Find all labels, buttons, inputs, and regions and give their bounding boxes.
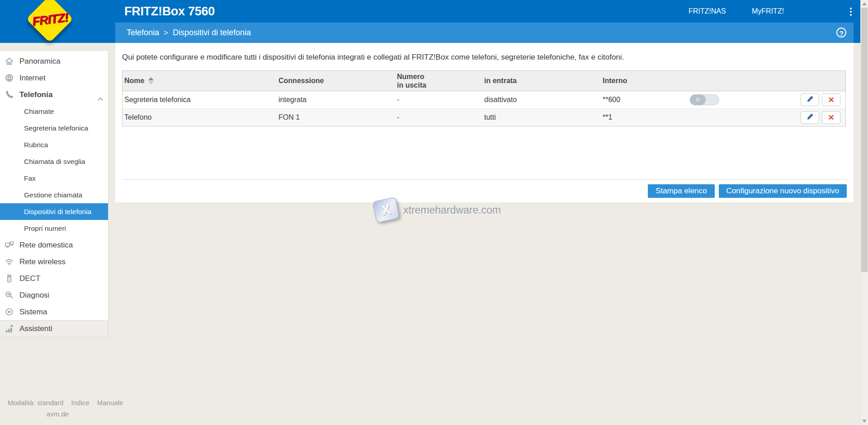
footer-link-manuale[interactable]: Manuale xyxy=(97,399,123,406)
breadcrumb-separator: > xyxy=(164,28,168,37)
sidebar-item-chiamate[interactable]: Chiamate xyxy=(0,103,108,120)
phone-icon xyxy=(5,90,14,99)
sidebar-item-rete-domestica[interactable]: Rete domestica xyxy=(0,237,108,253)
fritznas-link[interactable]: FRITZ!NAS xyxy=(689,0,726,23)
sidebar-item-rubrica[interactable]: Rubrica xyxy=(0,136,108,153)
kebab-menu-icon[interactable] xyxy=(847,6,854,18)
cell-name: Telefono xyxy=(123,113,277,121)
content-panel: Qui potete configurare e modificare tutt… xyxy=(115,43,854,202)
delete-button[interactable]: ✕ xyxy=(822,93,840,106)
page-title: FRITZ!Box 7560 xyxy=(124,0,215,23)
network-icon xyxy=(5,240,14,250)
help-icon[interactable]: ? xyxy=(836,28,846,37)
sort-icon[interactable] xyxy=(148,77,154,84)
column-header-nome[interactable]: Nome xyxy=(123,77,277,85)
print-list-button[interactable]: Stampa elenco xyxy=(648,184,714,198)
table-row-segreteria: Segreteria telefonica integrata - disatt… xyxy=(123,91,845,108)
header-bar: FRITZ! FRITZ!Box 7560 FRITZ!NAS MyFRITZ!… xyxy=(0,0,860,43)
sidebar-item-diagnosi[interactable]: Diagnosi xyxy=(0,287,108,304)
table-row-telefono: Telefono FON 1 - tutti **1 ✕ xyxy=(123,108,845,126)
mode-label: Modalità: standard xyxy=(8,399,63,406)
delete-button[interactable]: ✕ xyxy=(822,111,840,124)
cell-incoming: tutti xyxy=(482,113,601,121)
sidebar-item-internet[interactable]: Internet xyxy=(0,70,108,86)
toggle-thumb[interactable]: 0 xyxy=(690,94,706,105)
sidebar-item-panoramica[interactable]: Panoramica xyxy=(0,53,108,70)
cell-incoming: disattivato xyxy=(482,96,601,104)
column-header-connessione: Connessione xyxy=(277,77,395,85)
home-icon xyxy=(5,56,14,66)
edit-button[interactable] xyxy=(801,111,819,124)
sidebar-item-assistenti[interactable]: Assistenti xyxy=(0,320,108,337)
scrollbar-down-arrow-icon[interactable] xyxy=(862,420,867,423)
pencil-icon xyxy=(806,112,814,122)
myfritz-link[interactable]: MyFRITZ! xyxy=(752,0,784,23)
pencil-icon xyxy=(806,95,814,105)
cell-internal: **1 xyxy=(601,113,681,121)
sidebar-item-sistema[interactable]: Sistema xyxy=(0,304,108,320)
sidebar-item-rete-wireless[interactable]: Rete wireless xyxy=(0,253,108,270)
sidebar-item-segreteria-telefonica[interactable]: Segreteria telefonica xyxy=(0,120,108,136)
scrollbar-up-arrow-icon[interactable] xyxy=(862,2,867,5)
column-header-numero-in-uscita: Numero in uscita xyxy=(395,72,482,89)
watermark: X xtremehardware.com xyxy=(374,199,501,221)
diagnosis-icon xyxy=(5,290,14,300)
column-header-in-entrata: in entrata xyxy=(482,77,601,85)
footer-link-avm[interactable]: avm.de xyxy=(47,410,69,418)
edit-button[interactable] xyxy=(801,93,819,106)
table-header-row: Nome Connessione Numero in uscita in ent… xyxy=(123,71,845,91)
devices-table: Nome Connessione Numero in uscita in ent… xyxy=(122,70,846,126)
answering-machine-toggle[interactable]: 0 xyxy=(690,94,719,105)
sidebar-item-gestione-chiamata[interactable]: Gestione chiamata xyxy=(0,187,108,203)
breadcrumb: Telefonia>Dispositivi di telefonia xyxy=(127,23,251,43)
sidebar-item-dispositivi-di-telefonia[interactable]: Dispositivi di telefonia xyxy=(0,203,108,220)
x-icon: ✕ xyxy=(828,114,834,121)
sidebar-item-fax[interactable]: Fax xyxy=(0,170,108,187)
xtremehardware-logo-icon: X xyxy=(373,197,400,223)
wifi-icon xyxy=(5,257,14,266)
action-buttons: Stampa elenco Configurazione nuovo dispo… xyxy=(648,184,847,198)
cell-outgoing: - xyxy=(395,96,482,104)
cell-connection: integrata xyxy=(277,96,395,104)
vertical-scrollbar[interactable] xyxy=(860,0,868,425)
system-icon xyxy=(5,307,14,317)
breadcrumb-section[interactable]: Telefonia xyxy=(127,28,159,37)
cell-outgoing: - xyxy=(395,113,482,121)
sidebar-item-propri-numeri[interactable]: Propri numeri xyxy=(0,220,108,237)
column-header-interno: Interno xyxy=(601,77,681,85)
sidebar-item-chiamata-di-sveglia[interactable]: Chiamata di sveglia xyxy=(0,153,108,170)
watermark-text: xtremehardware.com xyxy=(403,204,501,216)
footer-link-indice[interactable]: Indice xyxy=(71,399,90,406)
sidebar-item-telefonia[interactable]: Telefonia xyxy=(0,86,108,103)
cell-internal: **600 xyxy=(601,96,681,104)
breadcrumb-bar: Telefonia>Dispositivi di telefonia ? xyxy=(115,23,854,43)
fritz-logo: FRITZ! xyxy=(25,1,75,38)
globe-icon xyxy=(5,73,14,83)
assistant-icon xyxy=(5,324,14,334)
actions-divider xyxy=(122,179,847,180)
x-icon: ✕ xyxy=(828,96,834,104)
sidebar-nav: Panoramica Internet Telefonia Chiamate S… xyxy=(0,51,108,337)
cell-connection: FON 1 xyxy=(277,113,395,121)
fritzbox-admin-page: FRITZ! FRITZ!Box 7560 FRITZ!NAS MyFRITZ!… xyxy=(0,0,868,425)
breadcrumb-page: Dispositivi di telefonia xyxy=(173,28,251,37)
chevron-up-icon xyxy=(97,92,104,98)
scrollbar-thumb[interactable] xyxy=(861,8,868,272)
page-description: Qui potete configurare e modificare tutt… xyxy=(115,43,854,62)
cell-name: Segreteria telefonica xyxy=(123,96,277,104)
sidebar-item-dect[interactable]: DECT xyxy=(0,270,108,287)
dect-handset-icon xyxy=(5,274,14,283)
configure-new-device-button[interactable]: Configurazione nuovo dispositivo xyxy=(719,184,847,198)
